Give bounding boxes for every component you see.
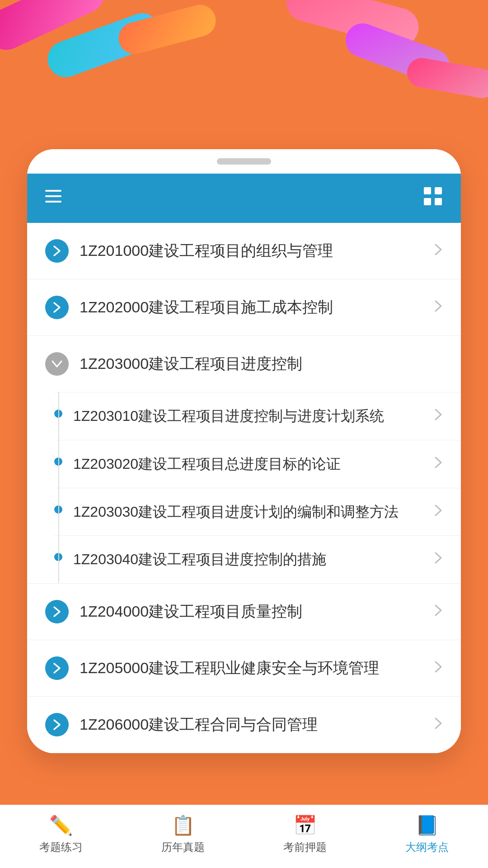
sub-item-text-1Z203040: 1Z203040建设工程项目进度控制的措施 <box>73 549 434 570</box>
menu-item-1Z201000[interactable]: 1Z201000建设工程项目的组织与管理 <box>27 223 461 279</box>
history-icon: 📋 <box>171 814 195 836</box>
menu-item-1Z203000[interactable]: 1Z203000建设工程项目进度控制 <box>27 336 461 392</box>
hero-section <box>0 0 488 149</box>
menu-item-container-1Z203000: 1Z203000建设工程项目进度控制1Z203010建设工程项目进度控制与进度计… <box>27 336 461 584</box>
menu-item-1Z204000[interactable]: 1Z204000建设工程项目质量控制 <box>27 584 461 640</box>
predict-icon: 📅 <box>293 814 317 836</box>
chevron-right-icon <box>434 456 443 472</box>
menu-item-text-1Z205000: 1Z205000建设工程职业健康安全与环境管理 <box>80 658 443 679</box>
sub-item-1Z203020[interactable]: 1Z203020建设工程项目总进度目标的论证 <box>54 440 461 488</box>
sub-item-text-1Z203030: 1Z203030建设工程项目进度计划的编制和调整方法 <box>73 502 434 522</box>
chevron-right-icon <box>45 239 69 263</box>
svg-rect-3 <box>424 187 431 194</box>
chevron-right-icon <box>434 243 443 259</box>
menu-item-text-1Z204000: 1Z204000建设工程项目质量控制 <box>80 601 443 622</box>
chevron-right-icon <box>434 717 443 733</box>
chevron-right-icon <box>434 299 443 316</box>
practice-icon: ✏️ <box>49 814 73 836</box>
svg-rect-0 <box>45 190 61 192</box>
sub-item-1Z203040[interactable]: 1Z203040建设工程项目进度控制的措施 <box>54 535 461 583</box>
bottom-nav: ✏️考题练习📋历年真题📅考前押题📘大纲考点 <box>0 805 488 868</box>
sub-item-1Z203010[interactable]: 1Z203010建设工程项目进度控制与进度计划系统 <box>54 392 461 440</box>
sub-item-text-1Z203010: 1Z203010建设工程项目进度控制与进度计划系统 <box>73 406 434 426</box>
sub-items-1Z203000: 1Z203010建设工程项目进度控制与进度计划系统1Z203020建设工程项目总… <box>27 392 461 583</box>
syllabus-icon: 📘 <box>415 814 439 836</box>
sub-item-line <box>58 392 59 440</box>
sub-item-line <box>58 536 59 583</box>
menu-list: 1Z201000建设工程项目的组织与管理1Z202000建设工程项目施工成本控制… <box>27 223 461 753</box>
sub-item-line <box>58 440 59 488</box>
menu-item-text-1Z203000: 1Z203000建设工程项目进度控制 <box>80 354 443 374</box>
menu-item-text-1Z202000: 1Z202000建设工程项目施工成本控制 <box>80 297 443 318</box>
sub-item-text-1Z203020: 1Z203020建设工程项目总进度目标的论证 <box>73 454 434 474</box>
svg-rect-2 <box>45 201 61 203</box>
sub-item-1Z203030[interactable]: 1Z203030建设工程项目进度计划的编制和调整方法 <box>54 488 461 536</box>
nav-item-history[interactable]: 📋历年真题 <box>122 814 244 854</box>
chevron-right-icon <box>45 656 69 680</box>
nav-item-syllabus[interactable]: 📘大纲考点 <box>366 814 488 854</box>
phone-speaker <box>217 158 271 165</box>
nav-item-predict[interactable]: 📅考前押题 <box>244 814 366 854</box>
chevron-right-icon <box>434 551 443 568</box>
grid-icon[interactable] <box>423 186 443 210</box>
app-header-left <box>45 188 70 208</box>
phone-mockup: 1Z201000建设工程项目的组织与管理1Z202000建设工程项目施工成本控制… <box>27 149 461 753</box>
chevron-right-icon <box>45 713 69 736</box>
chevron-right-icon <box>434 408 443 425</box>
app-header <box>27 174 461 223</box>
chevron-right-icon <box>45 296 69 319</box>
svg-rect-4 <box>435 187 442 194</box>
menu-item-1Z206000[interactable]: 1Z206000建设工程合同与合同管理 <box>27 697 461 753</box>
practice-label: 考题练习 <box>39 840 83 854</box>
chevron-right-icon <box>434 660 443 677</box>
chevron-right-icon <box>434 604 443 620</box>
menu-item-text-1Z201000: 1Z201000建设工程项目的组织与管理 <box>80 241 443 261</box>
history-label: 历年真题 <box>161 840 205 854</box>
menu-item-1Z205000[interactable]: 1Z205000建设工程职业健康安全与环境管理 <box>27 640 461 697</box>
nav-item-practice[interactable]: ✏️考题练习 <box>0 814 122 854</box>
svg-rect-1 <box>45 195 61 197</box>
predict-label: 考前押题 <box>283 840 327 854</box>
chevron-down-icon <box>45 352 69 376</box>
menu-icon[interactable] <box>45 188 61 208</box>
chevron-right-icon <box>434 504 443 520</box>
svg-rect-5 <box>424 198 431 205</box>
sub-item-line <box>58 488 59 536</box>
phone-top-bar <box>27 149 461 174</box>
syllabus-label: 大纲考点 <box>405 840 449 854</box>
chevron-right-icon <box>45 600 69 623</box>
menu-item-text-1Z206000: 1Z206000建设工程合同与合同管理 <box>80 714 443 735</box>
svg-rect-6 <box>435 198 442 205</box>
menu-item-1Z202000[interactable]: 1Z202000建设工程项目施工成本控制 <box>27 279 461 336</box>
